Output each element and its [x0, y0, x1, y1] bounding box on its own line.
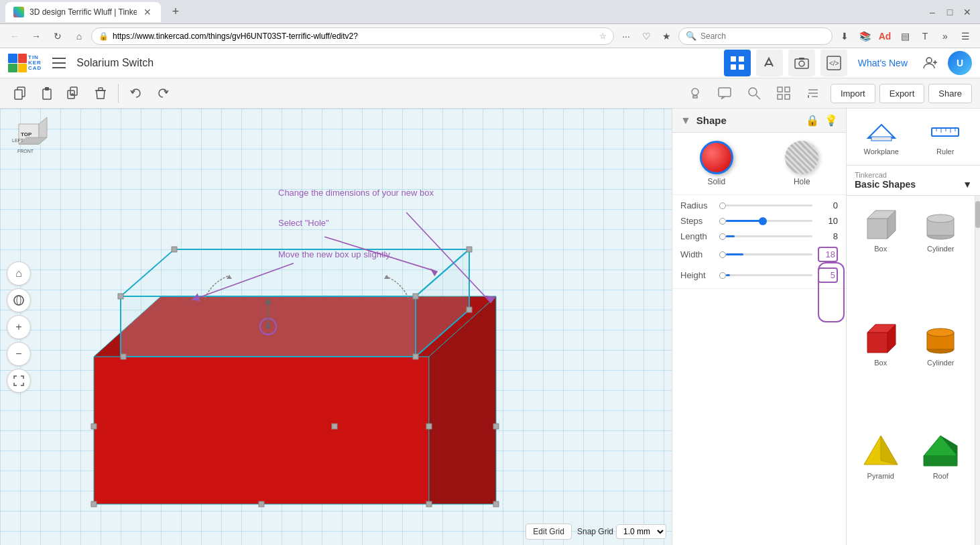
paste-btn[interactable]	[35, 81, 59, 105]
radius-dot[interactable]	[719, 202, 726, 209]
height-dot[interactable]	[719, 272, 726, 279]
copy-btn[interactable]	[8, 81, 32, 105]
refresh-button[interactable]: ↻	[48, 27, 67, 46]
undo-btn[interactable]	[124, 81, 148, 105]
solid-type-btn[interactable]: Solid	[700, 141, 733, 186]
lock-shape-icon[interactable]: 🔒	[806, 114, 819, 127]
viewport-bottom-controls: Edit Grid Snap Grid 1.0 mm	[526, 524, 666, 540]
search-viewport-btn[interactable]	[742, 81, 766, 105]
close-button[interactable]: ✕	[960, 5, 975, 19]
address-bar[interactable]: 🔒 ☆	[91, 27, 614, 45]
redo-btn[interactable]	[151, 81, 175, 105]
new-tab-button[interactable]: +	[166, 3, 185, 21]
length-slider-area[interactable]	[719, 233, 812, 240]
shape-label-box-red: Box	[874, 359, 887, 367]
shape-item-roof-green[interactable]: Roof	[912, 428, 970, 540]
search-input[interactable]	[700, 32, 825, 41]
hole-type-btn[interactable]: Hole	[785, 141, 818, 186]
maximize-button[interactable]: □	[942, 5, 957, 19]
shape-label-roof-green: Roof	[933, 472, 948, 480]
project-name: Solarium Switch	[76, 57, 154, 69]
forward-button[interactable]: →	[27, 27, 46, 46]
length-dot[interactable]	[719, 233, 726, 240]
snap-grid-select[interactable]: 1.0 mm	[616, 524, 666, 539]
tab-close-btn[interactable]: ✕	[142, 7, 153, 17]
minimize-button[interactable]: –	[925, 5, 940, 19]
menu-icon[interactable]: ☰	[956, 27, 975, 46]
shape-item-pyramid-yellow[interactable]: Pyramid	[852, 428, 910, 540]
3d-viewport[interactable]: TOP ​ LEFT FRONT ⌂ + −	[0, 109, 672, 545]
height-slider-area[interactable]	[719, 272, 812, 279]
browser-navbar: ← → ↻ ⌂ 🔒 ☆ ··· ♡ ★ 🔍 ⬇ 📚 Ad ▤ T » ☰	[0, 24, 980, 48]
more-options-btn[interactable]: ···	[617, 27, 635, 46]
adblocker-icon[interactable]: Ad	[875, 27, 894, 46]
download-icon[interactable]: ⬇	[835, 27, 854, 46]
back-button[interactable]: ←	[5, 27, 24, 46]
fit-all-btn[interactable]	[7, 369, 31, 393]
grid-toggle-btn[interactable]	[772, 81, 796, 105]
ruler-btn[interactable]: Ruler	[916, 114, 975, 160]
reading-list-icon[interactable]: 📚	[855, 27, 874, 46]
favorites-btn[interactable]: ♡	[637, 27, 656, 46]
edit-grid-btn[interactable]: Edit Grid	[526, 524, 572, 540]
steps-dot[interactable]	[719, 218, 726, 225]
tools-view-btn[interactable]	[756, 50, 783, 76]
shape-item-box-gray[interactable]: Box	[852, 201, 910, 312]
browser-tab[interactable]: 3D design Terrific Wluff | Tinkerca... ✕	[5, 2, 161, 22]
whats-new-btn[interactable]: What's New	[853, 55, 913, 71]
url-input[interactable]	[113, 32, 595, 41]
extensions-icon[interactable]: »	[936, 27, 955, 46]
shape-item-cylinder-gray[interactable]: Cylinder	[912, 201, 970, 312]
shape-item-box-red[interactable]: Box	[852, 315, 910, 426]
zoom-out-btn[interactable]: −	[7, 342, 31, 366]
adjust-btn[interactable]	[801, 81, 825, 105]
workplane-btn[interactable]: Workplane	[852, 114, 911, 160]
home-button[interactable]: ⌂	[70, 27, 88, 46]
import-btn[interactable]: Import	[831, 84, 875, 103]
radius-slider-area[interactable]	[719, 202, 812, 209]
steps-thumb[interactable]	[759, 217, 767, 225]
speech-bubble-btn[interactable]	[713, 81, 737, 105]
svg-rect-27	[719, 88, 731, 97]
orbit-btn[interactable]	[7, 288, 31, 312]
width-slider-area[interactable]	[719, 251, 812, 258]
camera-view-btn[interactable]	[788, 50, 815, 76]
library-dropdown-icon[interactable]: ▼	[963, 179, 972, 190]
grid-view-btn[interactable]	[724, 50, 751, 76]
add-user-btn[interactable]	[918, 51, 942, 75]
library-scrollbar[interactable]	[975, 196, 980, 545]
light-bulb-btn[interactable]	[683, 81, 707, 105]
shape-item-cylinder-orange[interactable]: Cylinder	[912, 315, 970, 426]
svg-rect-32	[778, 95, 782, 99]
width-slider[interactable]	[726, 253, 812, 255]
height-label: Height	[680, 270, 714, 280]
home-view-btn[interactable]: ⌂	[7, 261, 31, 286]
svg-rect-58	[413, 354, 418, 359]
width-dot[interactable]	[719, 251, 726, 258]
tinkercad-logo[interactable]: TIN KER CAD	[8, 54, 42, 72]
height-slider[interactable]	[726, 274, 812, 276]
height-value: 5	[818, 267, 838, 283]
code-view-btn[interactable]: </>	[820, 50, 847, 76]
search-bar[interactable]: 🔍	[678, 27, 833, 45]
bookmark-btn[interactable]: ★	[657, 27, 676, 46]
share-btn[interactable]: Share	[928, 84, 972, 103]
reader-view-icon[interactable]: ▤	[896, 27, 914, 46]
delete-btn[interactable]	[88, 81, 113, 105]
steps-slider-area[interactable]	[719, 218, 812, 225]
info-shape-icon[interactable]: 💡	[824, 114, 838, 127]
duplicate-btn[interactable]	[62, 81, 86, 105]
orientation-cube[interactable]: TOP ​ LEFT FRONT	[5, 114, 52, 161]
hamburger-menu-btn[interactable]	[48, 52, 70, 74]
user-avatar-btn[interactable]: U	[948, 51, 972, 75]
scrollbar-thumb[interactable]	[975, 201, 980, 228]
length-slider[interactable]	[726, 235, 812, 237]
export-btn[interactable]: Export	[879, 84, 925, 103]
steps-slider[interactable]	[726, 220, 812, 222]
shape-panel-collapse[interactable]: ▼	[680, 115, 691, 127]
font-icon[interactable]: T	[916, 27, 934, 46]
svg-marker-47	[94, 357, 429, 504]
length-filled	[726, 235, 735, 237]
radius-slider[interactable]	[726, 204, 812, 206]
zoom-in-btn[interactable]: +	[7, 315, 31, 339]
